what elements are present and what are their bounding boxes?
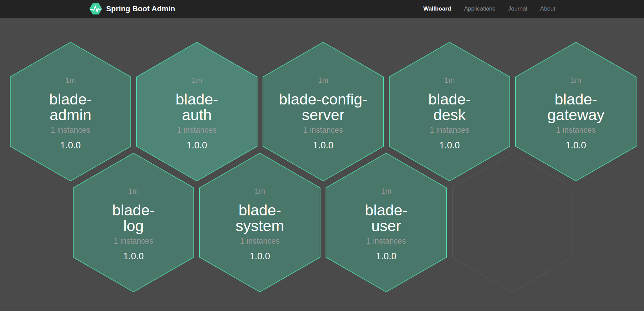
app-uptime: 1m	[381, 187, 392, 196]
app-name: blade- auth	[175, 92, 218, 123]
app-instances: 1 instances	[430, 126, 469, 135]
app-uptime: 1m	[65, 76, 76, 85]
app-name: blade- system	[236, 202, 284, 234]
app-name: blade- log	[112, 202, 155, 234]
hexagon-outline-shape	[452, 153, 573, 292]
main-nav: Wallboard Applications Journal About	[423, 5, 555, 12]
app-instances: 1 instances	[366, 236, 406, 246]
app-name: blade- admin	[49, 92, 92, 123]
app-uptime: 1m	[571, 76, 581, 85]
app-instances: 1 instances	[240, 236, 280, 246]
app-instances: 1 instances	[114, 236, 153, 246]
app-instances: 1 instances	[556, 126, 596, 135]
app-version: 1.0.0	[566, 140, 586, 151]
app-instances: 1 instances	[51, 126, 90, 135]
pulse-hexagon-logo-icon	[89, 3, 103, 15]
app-title: Spring Boot Admin	[106, 4, 175, 13]
app-version: 1.0.0	[376, 251, 396, 262]
nav-item-wallboard[interactable]: Wallboard	[423, 5, 451, 12]
app-version: 1.0.0	[60, 140, 81, 151]
top-navbar: Spring Boot Admin Wallboard Applications…	[0, 0, 644, 18]
app-instances: 1 instances	[177, 126, 217, 135]
empty-hexagon-placeholder	[452, 153, 573, 292]
app-uptime: 1m	[444, 76, 455, 85]
app-name: blade- desk	[428, 92, 471, 123]
app-uptime: 1m	[255, 187, 265, 196]
app-version: 1.0.0	[250, 251, 270, 262]
app-version: 1.0.0	[439, 140, 460, 151]
app-hexagon-blade-log[interactable]: 1m blade- log 1 instances 1.0.0	[73, 153, 194, 292]
app-uptime: 1m	[192, 76, 202, 85]
app-name: blade- user	[365, 202, 407, 234]
app-version: 1.0.0	[123, 251, 144, 262]
nav-item-about[interactable]: About	[540, 5, 555, 12]
nav-item-journal[interactable]: Journal	[508, 5, 527, 12]
app-name: blade- gateway	[547, 92, 604, 123]
navbar-container: Spring Boot Admin Wallboard Applications…	[89, 0, 555, 18]
app-name: blade-config- server	[279, 92, 367, 123]
app-version: 1.0.0	[187, 140, 207, 151]
wallboard-hex-grid: 1m blade- admin 1 instances 1.0.0 1m bla…	[0, 18, 644, 311]
app-hexagon-blade-system[interactable]: 1m blade- system 1 instances 1.0.0	[199, 153, 320, 292]
nav-item-applications[interactable]: Applications	[464, 5, 496, 12]
app-uptime: 1m	[128, 187, 139, 196]
brand-link[interactable]: Spring Boot Admin	[89, 3, 175, 15]
app-uptime: 1m	[318, 76, 329, 85]
app-hexagon-blade-user[interactable]: 1m blade- user 1 instances 1.0.0	[326, 153, 447, 292]
app-instances: 1 instances	[303, 126, 343, 135]
app-version: 1.0.0	[313, 140, 333, 151]
